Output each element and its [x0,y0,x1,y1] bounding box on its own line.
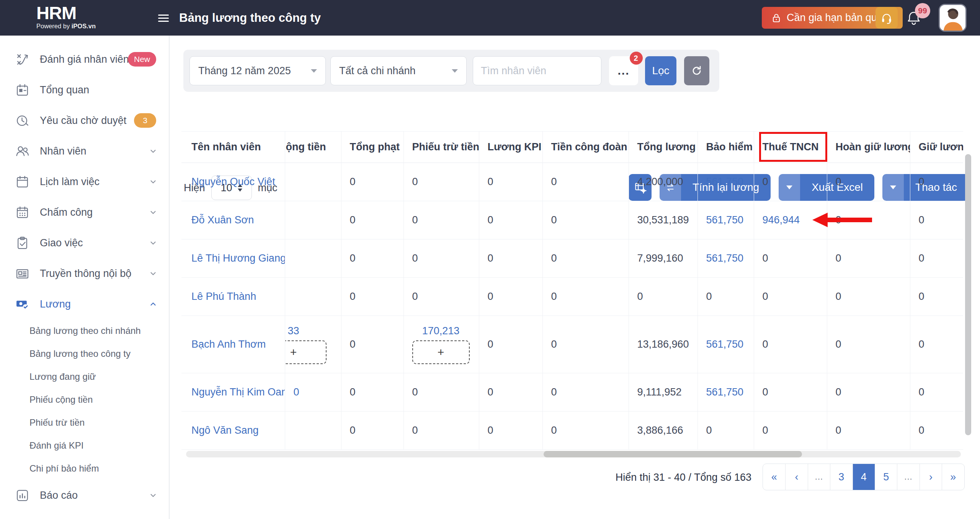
table-cell: 561,750 [697,373,754,412]
sidebar-item-bao-cao[interactable]: Báo cáo [0,480,169,511]
cell-value: 0 [919,291,924,302]
cell-value: 0 [836,214,841,226]
avatar-person-icon [940,5,965,31]
cell-value-link[interactable]: 561,750 [706,214,744,226]
column-header-hoan-giu-luong: Hoàn giữ lương [827,132,910,163]
pagination-first[interactable]: « [763,464,785,490]
employee-name-link[interactable]: Lê Phú Thành [191,291,256,302]
sidebar-subitem-bang-luong-theo-chi-nhanh[interactable]: Bảng lương theo chi nhánh [0,319,169,342]
cell-value: 0 [919,214,924,226]
attendance-icon [15,205,29,220]
table-cell: 0 [403,163,479,201]
cell-value: 0 [412,291,418,302]
table-row: Ngô Văn Sang00003,886,1660000 [181,412,963,450]
table-cell: 33+ [285,316,341,373]
sidebar-item-danh-gia-nhan-vien[interactable]: Đánh giá nhân viênNew [0,44,169,75]
chevron-up-icon [149,300,157,308]
sidebar-subitem-phieu-cong-tien[interactable]: Phiếu cộng tiền [0,388,169,411]
cell-value: 0 [350,291,356,302]
table-cell: 30,531,189 [629,201,697,239]
pagination-page-5[interactable]: 5 [875,464,897,490]
table-cell: 0 [910,201,963,239]
table-cell: 0 [542,163,629,201]
pagination-ellipsis[interactable]: ... [808,464,830,490]
column-header-ten-nhan-vien: Tên nhân viên [181,132,285,163]
column-header-tien-cong-doan: Tiền công đoàn [542,132,629,163]
cell-value-link[interactable]: 561,750 [706,252,744,264]
user-avatar[interactable] [939,4,967,32]
cell-value: 0 [836,386,841,398]
cell-value-link[interactable]: 170,213 [422,325,460,337]
sidebar-item-label: Truyền thông nội bộ [40,268,131,280]
cell-value: 0 [412,252,418,264]
support-button[interactable] [875,7,898,29]
cell-value: 0 [488,386,493,398]
table-cell: 0 [341,201,403,239]
branch-select[interactable]: Tất cả chi nhánh [330,56,467,85]
pagination-page-4[interactable]: 4 [853,464,875,490]
sidebar-item-truyen-thong-noi-bo[interactable]: Truyền thông nội bộ [0,258,169,289]
employee-search-input[interactable] [473,56,601,85]
sidebar-item-cham-cong[interactable]: Chấm công [0,197,169,228]
table-cell: 0 [403,373,479,412]
table-cell [285,278,341,316]
table-cell: 946,944 [754,201,827,239]
menu-toggle-icon[interactable] [158,15,170,24]
pagination-next[interactable]: › [920,464,942,490]
sidebar-subitem-chi-phi-bao-hiem[interactable]: Chi phí bảo hiểm [0,457,169,480]
pagination-ellipsis[interactable]: ... [897,464,919,490]
sidebar-subitem-danh-gia-kpi[interactable]: Đánh giá KPI [0,434,169,457]
cell-value: 7,999,160 [637,252,683,264]
overview-icon [15,83,29,97]
pagination-prev[interactable]: ‹ [785,464,807,490]
cell-value-link[interactable]: 33 [287,325,299,337]
sidebar-item-giao-viec[interactable]: Giao việc [0,228,169,258]
sidebar-item-nhan-vien[interactable]: Nhân viên [0,136,169,166]
add-adjustment-button[interactable]: + [412,340,470,364]
cell-value-link[interactable]: 561,750 [706,338,744,350]
cell-value: 0 [551,214,557,226]
employee-name-link[interactable]: Đỗ Xuân Sơn [191,214,254,226]
sidebar-subitem-luong-dang-giu[interactable]: Lương đang giữ [0,365,169,388]
strategy-icon [15,52,29,67]
employee-name-link[interactable]: Bạch Anh Thơm [191,338,266,350]
pagination-last[interactable]: » [942,464,964,490]
employee-name-link[interactable]: Nguyễn Quốc Việt [191,176,275,187]
employee-name-link[interactable]: Nguyễn Thị Kim Oanh [191,386,285,398]
filter-apply-button[interactable]: Lọc [645,56,676,85]
table-cell [285,201,341,239]
table-cell: 561,750 [697,316,754,373]
hrm-app: HRM Powered by iPOS.vn Bảng lương theo c… [0,0,980,519]
month-select[interactable]: Tháng 12 năm 2025 [189,56,326,85]
sidebar-item-yeu-cau-cho-duyet[interactable]: Yêu cầu chờ duyệt3 [0,105,169,136]
sidebar-subitem-phieu-tru-tien[interactable]: Phiếu trừ tiền [0,411,169,434]
sidebar-item-lich-lam-viec[interactable]: Lịch làm việc [0,166,169,197]
table-cell: 0 [910,239,963,278]
refresh-button[interactable] [684,56,709,85]
sidebar-item-tong-quan[interactable]: Tổng quan [0,75,169,105]
horizontal-scrollbar-thumb[interactable] [544,451,802,457]
table-row: Nguyễn Thị Kim Oanh000009,111,952561,750… [181,373,963,412]
sidebar-item-luong[interactable]: Lương [0,289,169,319]
cell-value: 0 [836,425,841,436]
employee-name-link[interactable]: Lê Thị Hương Giang [191,252,285,264]
cell-value-link[interactable]: 561,750 [706,386,744,398]
employee-name-link[interactable]: Ngô Văn Sang [191,425,259,436]
cell-value-link[interactable]: 561,750 [706,176,744,187]
vertical-scrollbar[interactable] [965,154,971,435]
notifications-bell[interactable]: 99 [906,9,923,28]
cell-value-link[interactable]: 0 [294,386,299,398]
sidebar-subitem-bang-luong-theo-cong-ty[interactable]: Bảng lương theo công ty [0,342,169,365]
table-cell [285,239,341,278]
pagination-page-3[interactable]: 3 [830,464,852,490]
table-cell [285,412,341,450]
cell-value-link[interactable]: 946,944 [763,214,800,226]
table-cell: 0 [754,316,827,373]
add-adjustment-button[interactable]: + [285,340,327,364]
cell-value: 0 [919,176,924,187]
table-cell [285,163,341,201]
column-header-thue-tncn: Thuế TNCN [754,132,827,163]
horizontal-scrollbar-track[interactable] [186,451,961,457]
more-filters-button[interactable]: ... 2 [609,56,638,85]
table-cell: 0 [285,373,341,412]
